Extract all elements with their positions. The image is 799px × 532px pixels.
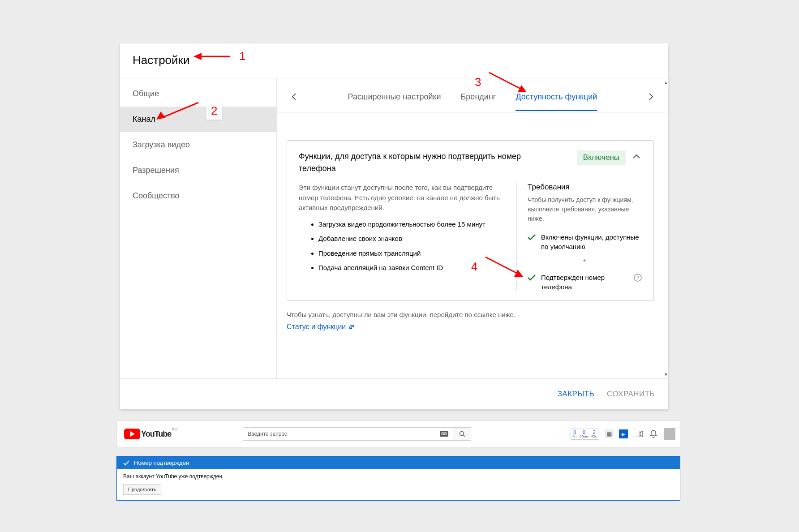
creator-icon[interactable]: ▶ [619,429,628,438]
continue-button[interactable]: Продолжить [123,484,161,495]
collapse-icon[interactable] [631,150,642,162]
tab-advanced[interactable]: Расширенные настройки [348,82,441,111]
tabs-prev-icon[interactable] [288,90,300,103]
yt-header: YouTube RU Введите запрос ⌨ 00 г 060мм 2… [116,420,680,447]
help-icon[interactable]: ? [634,274,642,284]
scroll-down-icon[interactable]: ▾ [665,371,667,378]
keyboard-icon[interactable]: ⌨ [440,431,448,437]
requirement-item: Подтвержден номер телефона ? [528,273,642,292]
dialog-title: Настройки [120,43,668,78]
search-button[interactable] [453,427,471,441]
svg-text:?: ? [636,275,639,280]
scroll-up-icon[interactable]: ▴ [665,79,667,86]
check-icon [528,233,536,243]
save-button[interactable]: СОХРАНИТЬ [607,390,655,399]
confirm-text: Ваш аккаунт YouTube уже подтвержден. [123,473,674,480]
check-icon [123,460,129,466]
search-input[interactable]: Введите запрос ⌨ [243,427,453,441]
requirements-title: Требования [528,183,642,192]
svg-point-6 [460,432,464,436]
external-link-icon [348,324,355,330]
list-item: Добавление своих значков [318,234,507,244]
requirement-item: Включены функции, доступные по умолчанию [528,232,642,251]
sidebar-item-permissions[interactable]: Разрешения [120,158,276,183]
list-item: Загрузка видео продолжительностью более … [318,219,507,230]
plus-separator: + [528,257,642,264]
avatar[interactable] [664,428,675,440]
sidebar-item-channel[interactable]: Канал [120,107,276,132]
confirm-banner: Номер подтвержден [117,457,680,469]
tab-branding[interactable]: Брендинг [461,82,496,111]
sidebar-item-upload[interactable]: Загрузка видео [120,132,276,158]
card-description: Эти функции станут доступны после того, … [299,183,507,213]
status-badge: Включены [577,150,626,165]
sidebar-item-general[interactable]: Общие [120,81,276,107]
upload-icon[interactable] [633,429,643,439]
status-link[interactable]: Статус и функции [287,323,355,331]
list-item: Подача апелляций на заявки Content ID [318,263,507,273]
tab-feature-availability[interactable]: Доступность функций [515,82,597,111]
feature-card: Функции, для доступа к которым нужно под… [287,140,654,301]
svg-line-7 [463,435,465,437]
dialog-content: ▴ ▾ Расширенные настройки Брендинг Досту… [277,78,668,378]
feature-list: Загрузка видео продолжительностью более … [299,219,507,273]
sidebar-item-community[interactable]: Сообщество [120,183,276,209]
list-item: Проведение прямых трансляций [318,249,507,259]
apps-icon[interactable]: ▦ [605,429,614,438]
close-button[interactable]: ЗАКРЫТЬ [558,390,594,399]
settings-dialog: Настройки Общие Канал Загрузка видео Раз… [120,43,668,409]
verify-screenshot: YouTube RU Введите запрос ⌨ 00 г 060мм 2… [116,420,680,501]
requirements-desc: Чтобы получить доступ к функциям, выполн… [528,195,642,223]
tabs-next-icon[interactable] [645,90,657,103]
yt-play-icon [124,429,140,439]
yt-stats: 00 г 060мм 249с [571,429,599,440]
bell-icon[interactable] [649,429,658,439]
dialog-sidebar: Общие Канал Загрузка видео Разрешения Со… [120,78,277,378]
yt-search: Введите запрос ⌨ [243,427,471,441]
footnote: Чтобы узнать, доступны ли вам эти функци… [287,311,654,318]
card-title: Функции, для доступа к которым нужно под… [299,150,571,175]
confirm-box: Номер подтвержден Ваш аккаунт YouTube уж… [116,456,680,501]
yt-logo[interactable]: YouTube RU [124,429,171,439]
check-icon [528,274,536,283]
svg-rect-8 [634,431,640,437]
